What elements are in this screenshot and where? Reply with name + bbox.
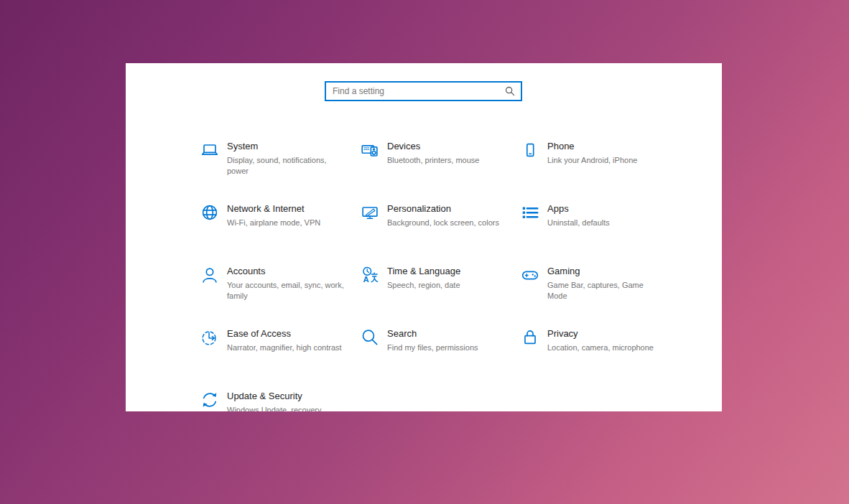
tile-subtitle: Background, lock screen, colors	[387, 218, 499, 228]
tile-subtitle: Location, camera, microphone	[547, 342, 654, 353]
tile-title: Accounts	[227, 266, 348, 277]
tile-title: Privacy	[547, 328, 654, 340]
tile-subtitle: Your accounts, email, sync, work, family	[227, 280, 348, 302]
search-input[interactable]	[333, 86, 505, 96]
tile-subtitle: Display, sound, notifications, power	[227, 155, 348, 177]
phone-icon	[519, 139, 541, 161]
tile-subtitle: Windows Update, recovery,	[227, 405, 323, 411]
settings-tile-time-language[interactable]: A Time & Language Speech, region, date	[359, 263, 519, 326]
settings-tile-devices[interactable]: Devices Bluetooth, printers, mouse	[359, 139, 519, 201]
settings-tile-network[interactable]: Network & Internet Wi-Fi, airplane mode,…	[199, 201, 359, 263]
settings-window: System Display, sound, notifications, po…	[126, 63, 722, 411]
settings-tile-privacy[interactable]: Privacy Location, camera, microphone	[519, 326, 679, 388]
gamepad-icon	[519, 264, 541, 286]
monitor-brush-icon	[359, 202, 381, 223]
tile-subtitle: Game Bar, captures, Game Mode	[547, 280, 649, 302]
person-icon	[199, 264, 221, 286]
settings-tile-update-security[interactable]: Update & Security Windows Update, recove…	[199, 388, 359, 411]
magnifier-icon	[359, 327, 381, 348]
refresh-arrows-icon	[199, 389, 221, 411]
padlock-icon	[519, 327, 541, 348]
tile-title: Personalization	[387, 203, 499, 215]
desktop-background: System Display, sound, notifications, po…	[0, 0, 849, 504]
svg-text:A: A	[363, 275, 368, 284]
tile-title: Network & Internet	[227, 203, 320, 215]
settings-tile-search[interactable]: Search Find my files, permissions	[359, 326, 519, 388]
accessibility-clock-arrow-icon	[199, 327, 221, 348]
tile-title: Apps	[547, 203, 610, 215]
devices-keyboard-speaker-icon	[359, 139, 381, 161]
tile-title: Phone	[547, 141, 637, 152]
tile-title: Time & Language	[387, 266, 460, 277]
list-icon	[519, 202, 541, 223]
settings-tile-gaming[interactable]: Gaming Game Bar, captures, Game Mode	[519, 263, 679, 326]
tile-title: Ease of Access	[227, 328, 342, 340]
settings-tile-accounts[interactable]: Accounts Your accounts, email, sync, wor…	[199, 263, 359, 326]
settings-category-grid: System Display, sound, notifications, po…	[199, 139, 679, 411]
clock-language-icon: A	[359, 264, 381, 286]
settings-tile-system[interactable]: System Display, sound, notifications, po…	[199, 139, 359, 201]
tile-title: Devices	[387, 141, 479, 152]
tile-subtitle: Speech, region, date	[387, 280, 460, 291]
tile-title: Search	[387, 328, 478, 340]
tile-subtitle: Narrator, magnifier, high contrast	[227, 342, 342, 353]
find-a-setting-searchbox[interactable]	[325, 81, 522, 101]
settings-tile-ease-of-access[interactable]: Ease of Access Narrator, magnifier, high…	[199, 326, 359, 388]
settings-tile-phone[interactable]: Phone Link your Android, iPhone	[519, 139, 679, 201]
tile-title: Gaming	[547, 266, 649, 277]
globe-icon	[199, 202, 221, 223]
tile-subtitle: Uninstall, defaults	[547, 218, 610, 228]
settings-tile-apps[interactable]: Apps Uninstall, defaults	[519, 201, 679, 263]
system-laptop-icon	[199, 139, 221, 161]
tile-subtitle: Wi-Fi, airplane mode, VPN	[227, 218, 320, 228]
tile-subtitle: Link your Android, iPhone	[547, 155, 637, 166]
tile-title: Update & Security	[227, 391, 323, 402]
tile-subtitle: Bluetooth, printers, mouse	[387, 155, 479, 166]
tile-title: System	[227, 141, 348, 152]
settings-tile-personalization[interactable]: Personalization Background, lock screen,…	[359, 201, 519, 263]
tile-subtitle: Find my files, permissions	[387, 342, 478, 353]
magnifier-icon	[505, 86, 515, 96]
